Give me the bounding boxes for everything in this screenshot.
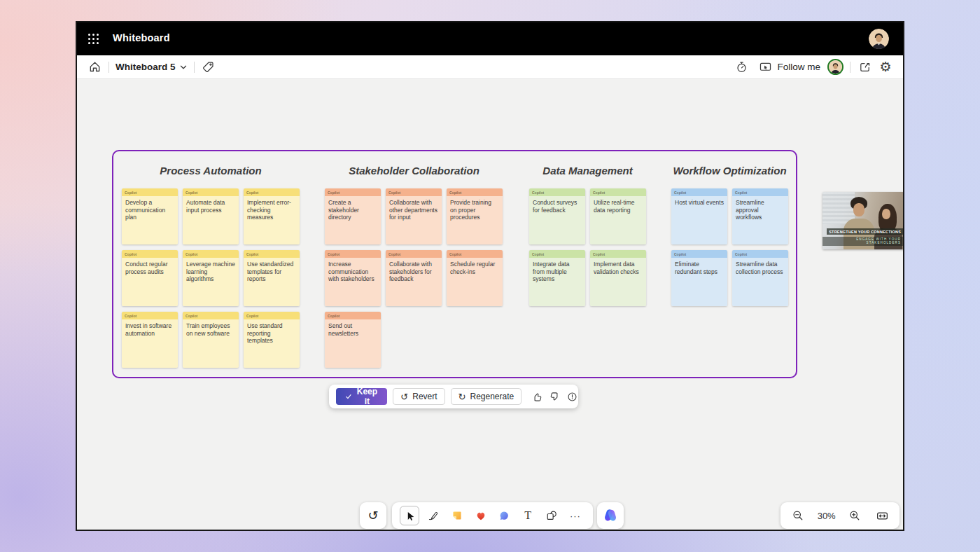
sticky-note[interactable]: CopilotUse standardized templates for re… [244,250,300,306]
copilot-suggestion-frame: Process AutomationCopilotDevelop a commu… [112,150,797,378]
zoom-level: 30% [818,511,836,521]
notes-grid: CopilotCreate a stakeholder directoryCop… [325,188,503,368]
undo-button[interactable]: ↺ [360,502,386,529]
timer-icon[interactable] [734,60,749,75]
shapes-tool[interactable] [542,506,561,525]
note-text: Use standard reporting templates [244,319,300,368]
tag-icon[interactable] [201,60,216,75]
note-author-badge: Copilot [122,312,178,319]
column-title: Workflow Optimization [671,164,788,178]
note-author-badge: Copilot [732,188,788,196]
zoom-in-icon [848,509,861,522]
note-text: Implement data validation checks [590,258,646,306]
app-launcher-icon[interactable] [88,33,99,45]
select-cursor-tool[interactable] [400,506,419,525]
settings-gear-icon[interactable]: ⚙ [878,60,893,75]
thumbs-up-icon[interactable] [531,388,543,405]
note-author-badge: Copilot [183,312,239,319]
note-text: Leverage machine learning algorithms [183,258,239,306]
thumbs-down-icon[interactable] [549,388,561,405]
check-icon [345,392,352,401]
note-author-badge: Copilot [447,188,503,196]
note-text: Develop a communication plan [122,196,178,244]
note-text: Automate data input process [183,196,239,244]
note-text: Utilize real-time data reporting [590,196,646,244]
divider [108,62,109,73]
notes-grid: CopilotDevelop a communication planCopil… [122,188,300,368]
pen-tool[interactable] [424,506,443,525]
board-column: Process AutomationCopilotDevelop a commu… [122,164,300,368]
revert-button[interactable]: ↺ Revert [393,388,444,405]
sticky-note[interactable]: CopilotLeverage machine learning algorit… [183,250,239,306]
regenerate-icon: ↻ [458,392,466,401]
sticky-note[interactable]: CopilotTrain employees on new software [183,312,239,368]
regenerate-button[interactable]: ↻ Regenerate [451,388,522,405]
sticky-note[interactable]: CopilotSchedule regular check-ins [447,250,503,306]
board-name-menu[interactable]: Whiteboard 5 [115,62,188,72]
heart-reaction-tool[interactable] [471,506,491,525]
text-tool[interactable]: T [518,506,538,525]
keep-it-button[interactable]: Keep it [336,388,387,405]
sticky-note[interactable]: CopilotIntegrate data from multiple syst… [529,250,585,306]
sticky-note[interactable]: CopilotConduct regular process audits [122,250,178,306]
undo-icon: ↺ [368,509,378,522]
comment-icon [498,509,510,522]
presenter-avatar[interactable] [827,59,844,75]
sticky-note[interactable]: CopilotUtilize real-time data reporting [590,188,646,244]
sticky-note[interactable]: CopilotCollaborate with other department… [386,188,442,244]
sticky-note[interactable]: CopilotStreamline data collection proces… [732,250,788,306]
note-text: Create a stakeholder directory [325,196,381,244]
board-name-label: Whiteboard 5 [115,62,176,72]
note-text: Collaborate with stakeholders for feedba… [386,258,442,306]
note-text: Streamline data collection process [732,258,788,306]
sticky-note[interactable]: CopilotHost virtual events [671,188,727,244]
sticky-note[interactable]: CopilotConduct surveys for feedback [529,188,585,244]
more-tools-button[interactable]: ··· [566,506,585,525]
report-icon[interactable] [566,388,578,405]
sticky-note[interactable]: CopilotInvest in software automation [122,312,178,368]
video-thumbnail[interactable]: STRENGTHEN YOUR CONNECTIONS ENGAGE WITH … [822,192,903,249]
board-column: Workflow OptimizationCopilotHost virtual… [671,164,788,306]
follow-me-icon [759,60,772,74]
sticky-note[interactable]: CopilotCreate a stakeholder directory [325,188,381,244]
sticky-note[interactable]: CopilotAutomate data input process [183,188,239,244]
sticky-note[interactable]: CopilotUse standard reporting templates [244,312,300,368]
note-text: Train employees on new software [183,319,239,368]
share-icon[interactable] [857,60,872,75]
note-author-badge: Copilot [244,312,300,319]
note-text: Host virtual events [671,196,727,244]
board-column: Stakeholder CollaborationCopilotCreate a… [325,164,503,368]
note-text: Provide training on proper procedures [447,196,503,244]
sticky-note[interactable]: CopilotProvide training on proper proced… [447,188,503,244]
sticky-note[interactable]: CopilotSend out newsletters [325,312,381,368]
comment-tool[interactable] [494,506,514,525]
sticky-note[interactable]: CopilotDevelop a communication plan [122,188,178,244]
sticky-note[interactable]: CopilotCollaborate with stakeholders for… [386,250,442,306]
note-author-badge: Copilot [122,188,178,196]
home-button[interactable] [87,60,102,75]
zoom-in-button[interactable] [847,508,862,523]
column-title: Data Management [529,164,646,178]
heart-icon [475,509,487,522]
select-cursor-icon [404,510,416,522]
more-icon: ··· [570,511,581,521]
note-author-badge: Copilot [325,188,381,196]
copilot-button[interactable] [597,502,624,529]
sticky-note[interactable]: CopilotImplement data validation checks [590,250,646,306]
sticky-note[interactable]: CopilotImplement error-checking measures [244,188,300,244]
note-text: Eliminate redundant steps [671,258,727,306]
note-author-badge: Copilot [590,250,646,258]
account-avatar[interactable] [869,29,889,49]
whiteboard-app-window: Whiteboard Whiteboard 5 [76,21,904,531]
sticky-note-tool[interactable] [447,506,467,525]
note-author-badge: Copilot [386,188,442,196]
follow-me-button[interactable]: Follow me [759,60,820,74]
fit-to-screen-button[interactable] [874,508,890,523]
revert-icon: ↺ [400,392,408,401]
zoom-out-button[interactable] [790,508,806,523]
note-text: Send out newsletters [325,319,381,368]
whiteboard-canvas[interactable]: Process AutomationCopilotDevelop a commu… [77,78,903,530]
sticky-note[interactable]: CopilotEliminate redundant steps [671,250,727,306]
sticky-note[interactable]: CopilotIncrease communication with stake… [325,250,381,306]
sticky-note[interactable]: CopilotStreamline approval workflows [732,188,788,244]
